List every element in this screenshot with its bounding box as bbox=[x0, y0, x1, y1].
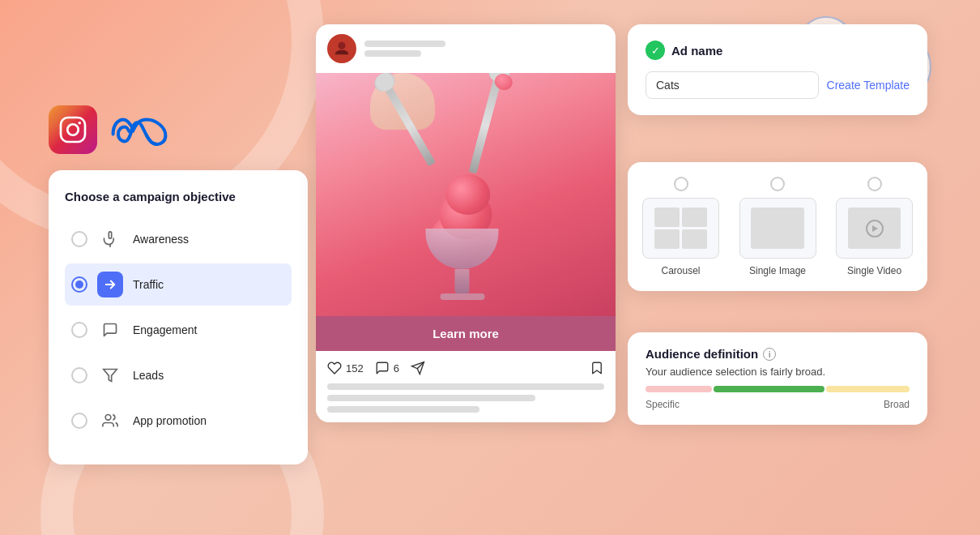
audience-header: Audience definition i bbox=[646, 347, 910, 361]
svg-point-1 bbox=[67, 124, 79, 135]
learn-more-label: Learn more bbox=[432, 327, 499, 340]
format-single-image-thumb bbox=[739, 198, 816, 259]
format-carousel-label: Carousel bbox=[661, 265, 700, 276]
svg-rect-0 bbox=[61, 118, 85, 142]
app-promotion-icon bbox=[97, 408, 123, 434]
svg-rect-5 bbox=[109, 232, 111, 238]
leads-icon bbox=[97, 362, 123, 388]
format-single-image-radio[interactable] bbox=[770, 177, 785, 191]
post-preview: Learn more 152 6 bbox=[316, 24, 616, 422]
format-single-video-thumb bbox=[836, 198, 913, 259]
play-button-icon bbox=[866, 220, 884, 238]
video-block bbox=[848, 208, 901, 249]
bowl-cup bbox=[426, 229, 499, 269]
radio-traffic[interactable] bbox=[71, 276, 87, 293]
ad-name-input[interactable] bbox=[646, 71, 819, 99]
format-carousel[interactable]: Carousel bbox=[642, 177, 719, 276]
awareness-label: Awareness bbox=[133, 233, 189, 246]
bowl-stem bbox=[455, 269, 470, 293]
info-icon: i bbox=[763, 348, 776, 361]
audience-bar-broad bbox=[826, 386, 910, 392]
svg-marker-11 bbox=[872, 225, 878, 232]
audience-bar-specific bbox=[646, 386, 712, 392]
audience-labels: Specific Broad bbox=[646, 399, 910, 410]
format-single-image[interactable]: Single Image bbox=[739, 177, 816, 276]
carousel-cell-3 bbox=[654, 229, 680, 249]
ad-name-title: Ad name bbox=[671, 44, 722, 58]
create-template-link[interactable]: Create Template bbox=[827, 79, 910, 92]
objective-leads[interactable]: Leads bbox=[65, 354, 292, 396]
post-username-lines bbox=[364, 41, 445, 57]
carousel-grid bbox=[654, 208, 707, 249]
awareness-icon bbox=[97, 226, 123, 252]
audience-bar-middle bbox=[714, 386, 824, 392]
objective-engagement[interactable]: Engagement bbox=[65, 309, 292, 351]
username-line-2 bbox=[364, 50, 421, 57]
icecream-scene bbox=[316, 73, 616, 316]
single-image-block bbox=[751, 208, 803, 249]
radio-traffic-dot bbox=[75, 280, 83, 289]
radio-app-promotion[interactable] bbox=[71, 413, 87, 429]
audience-panel: Audience definition i Your audience sele… bbox=[628, 332, 927, 425]
post-line-2 bbox=[327, 395, 535, 401]
carousel-cell-1 bbox=[654, 208, 680, 227]
traffic-icon bbox=[97, 272, 123, 297]
radio-leads[interactable] bbox=[71, 367, 87, 383]
svg-point-8 bbox=[338, 42, 345, 49]
objective-traffic[interactable]: Traffic bbox=[65, 263, 292, 306]
ad-name-panel: ✓ Ad name Create Template bbox=[628, 24, 927, 115]
audience-description: Your audience selection is fairly broad. bbox=[646, 366, 910, 378]
likes-count: 152 bbox=[346, 362, 364, 374]
carousel-cell-2 bbox=[682, 208, 707, 227]
social-icons bbox=[49, 105, 168, 154]
objective-awareness[interactable]: Awareness bbox=[65, 218, 292, 260]
svg-marker-6 bbox=[104, 370, 117, 382]
format-single-video-radio[interactable] bbox=[867, 177, 882, 191]
audience-broad-label: Broad bbox=[884, 399, 910, 410]
spoon-scoop bbox=[492, 73, 513, 92]
format-options: Carousel Single Image bbox=[642, 177, 913, 276]
engagement-label: Engagement bbox=[133, 323, 197, 336]
audience-title: Audience definition bbox=[646, 347, 758, 361]
post-line-1 bbox=[327, 383, 604, 390]
meta-icon bbox=[110, 113, 168, 146]
audience-bar bbox=[646, 386, 910, 392]
svg-point-7 bbox=[105, 415, 111, 421]
traffic-label: Traffic bbox=[133, 278, 164, 291]
main-container: $ Choose a campaign objective Awareness bbox=[0, 0, 980, 535]
learn-more-bar[interactable]: Learn more bbox=[316, 316, 616, 351]
spoon-right bbox=[468, 78, 501, 173]
post-image bbox=[316, 73, 616, 316]
radio-awareness[interactable] bbox=[71, 231, 87, 247]
format-single-video[interactable]: Single Video bbox=[836, 177, 913, 276]
campaign-panel: Choose a campaign objective Awareness bbox=[49, 170, 308, 464]
share-action[interactable] bbox=[411, 361, 425, 375]
objective-app-promotion[interactable]: App promotion bbox=[65, 400, 292, 442]
post-footer: 152 6 bbox=[316, 351, 616, 422]
app-promotion-label: App promotion bbox=[133, 414, 207, 427]
radio-engagement[interactable] bbox=[71, 322, 87, 338]
post-actions: 152 6 bbox=[327, 361, 604, 375]
format-panel: Carousel Single Image bbox=[628, 162, 927, 291]
ad-name-header: ✓ Ad name bbox=[646, 41, 910, 60]
post-header bbox=[316, 24, 616, 73]
bowl bbox=[426, 229, 499, 300]
likes-action[interactable]: 152 bbox=[327, 361, 364, 375]
format-carousel-radio[interactable] bbox=[674, 177, 688, 191]
bookmark-action[interactable] bbox=[590, 361, 604, 375]
carousel-cell-4 bbox=[682, 229, 707, 249]
ad-name-check-icon: ✓ bbox=[646, 41, 665, 60]
audience-specific-label: Specific bbox=[646, 399, 680, 410]
ad-name-row: Create Template bbox=[646, 71, 910, 99]
icecream-scoop-3 bbox=[445, 174, 490, 215]
format-carousel-thumb bbox=[642, 198, 719, 259]
instagram-icon bbox=[49, 105, 97, 154]
comments-action[interactable]: 6 bbox=[375, 361, 399, 375]
comments-count: 6 bbox=[394, 362, 399, 374]
engagement-icon bbox=[97, 317, 123, 343]
format-single-video-label: Single Video bbox=[847, 265, 901, 276]
bowl-base bbox=[440, 293, 484, 300]
format-single-image-label: Single Image bbox=[749, 265, 806, 276]
post-avatar bbox=[327, 34, 356, 63]
post-line-3 bbox=[327, 406, 479, 413]
